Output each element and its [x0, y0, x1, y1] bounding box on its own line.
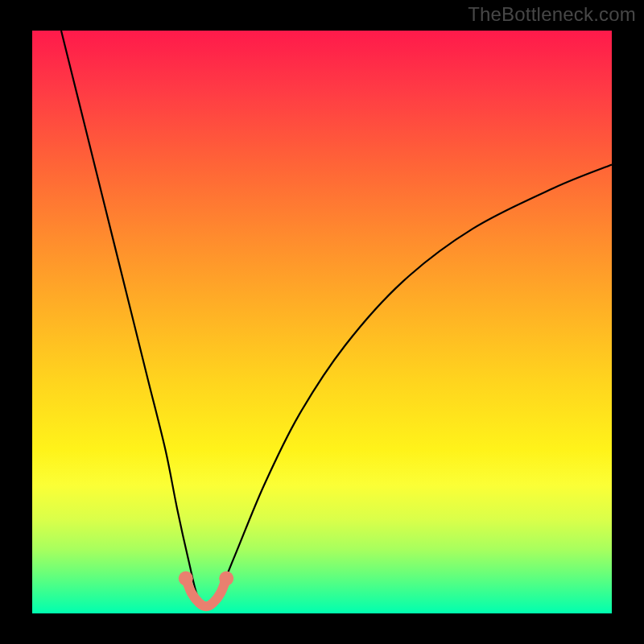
optimal-zone-arc — [186, 579, 226, 607]
bottleneck-curve — [61, 31, 612, 608]
optimal-zone-endpoint — [179, 572, 193, 586]
chart-frame: TheBottleneck.com — [0, 0, 644, 644]
watermark-text: TheBottleneck.com — [468, 3, 636, 26]
optimal-zone-dots — [179, 572, 233, 586]
chart-svg — [0, 0, 644, 644]
optimal-zone-endpoint — [219, 572, 233, 586]
